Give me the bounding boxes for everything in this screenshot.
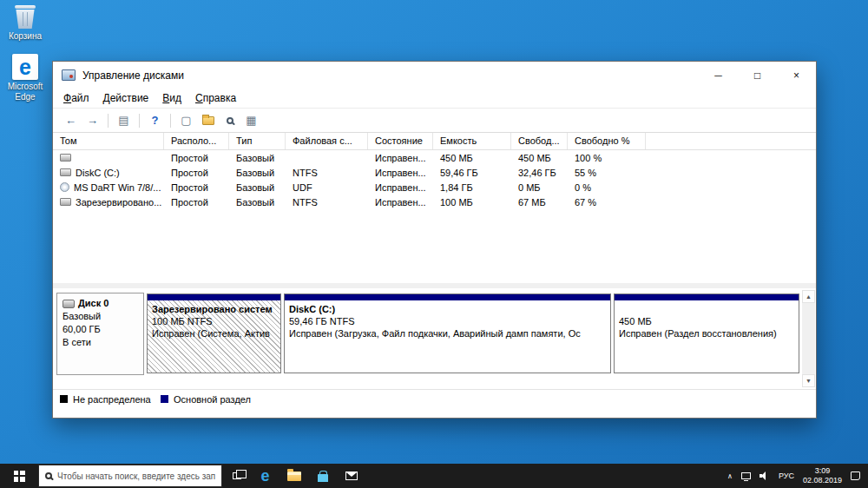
volume-tray-button[interactable] bbox=[755, 464, 774, 488]
column-header-type[interactable]: Тип bbox=[229, 133, 286, 149]
disk-list-icon[interactable]: ▦ bbox=[240, 110, 262, 130]
minimize-button[interactable]: ─ bbox=[699, 62, 738, 89]
free-cell: 0 МБ bbox=[511, 182, 568, 193]
free-cell: 67 МБ bbox=[511, 197, 568, 208]
toolbar-separator bbox=[108, 114, 108, 128]
column-header-layout[interactable]: Располо... bbox=[164, 133, 229, 149]
search-input[interactable] bbox=[57, 472, 215, 481]
column-header-filesystem[interactable]: Файловая с... bbox=[286, 133, 368, 149]
menu-view[interactable]: Вид bbox=[155, 89, 188, 107]
taskbar-search[interactable] bbox=[38, 465, 222, 487]
zoom-icon[interactable] bbox=[219, 110, 240, 130]
partition-c-drive[interactable]: DiskC (C:) 59,46 ГБ NTFS Исправен (Загру… bbox=[284, 293, 611, 373]
free-pct-cell: 0 % bbox=[568, 182, 646, 193]
volume-cell: Зарезервировано... bbox=[53, 197, 164, 208]
titlebar[interactable]: Управление дисками ─ □ × bbox=[53, 62, 816, 89]
column-header-capacity[interactable]: Емкость bbox=[433, 133, 511, 149]
partition-recovery[interactable]: 450 МБ Исправен (Раздел восстановления) bbox=[614, 293, 799, 373]
maximize-button[interactable]: □ bbox=[738, 62, 777, 89]
mail-button[interactable] bbox=[337, 464, 365, 488]
partition-size: 59,46 ГБ NTFS bbox=[289, 315, 606, 327]
magnifier-icon bbox=[227, 117, 233, 124]
start-button[interactable] bbox=[0, 464, 38, 488]
menu-action[interactable]: Действие bbox=[96, 89, 156, 107]
scroll-up-icon[interactable]: ▲ bbox=[802, 290, 815, 303]
column-header-free-pct[interactable]: Свободно % bbox=[568, 133, 646, 149]
volume-name: MS DaRT Win 7/8/... bbox=[74, 182, 161, 193]
language-indicator[interactable]: РУС bbox=[774, 464, 799, 488]
layout-cell: Простой bbox=[164, 168, 229, 178]
scroll-down-icon[interactable]: ▼ bbox=[802, 374, 815, 387]
partition-name: Зарезервировано систем bbox=[152, 303, 276, 315]
partition-system-reserved[interactable]: Зарезервировано систем 100 МБ NTFS Испра… bbox=[147, 293, 281, 373]
edge-icon: e bbox=[12, 54, 38, 80]
layout-cell: Простой bbox=[164, 182, 229, 193]
help-icon[interactable]: ? bbox=[144, 110, 166, 130]
legend-swatch-unallocated bbox=[60, 395, 68, 403]
back-icon[interactable]: ← bbox=[60, 110, 82, 130]
volume-name: DiskC (C:) bbox=[76, 168, 120, 178]
column-header-free[interactable]: Свобод... bbox=[511, 133, 568, 149]
disc-icon bbox=[60, 182, 69, 192]
network-tray-button[interactable] bbox=[737, 464, 755, 488]
free-cell: 32,46 ГБ bbox=[511, 168, 568, 178]
partition-type-strip bbox=[285, 294, 610, 300]
volume-cell: DiskC (C:) bbox=[53, 168, 164, 178]
console-tree-icon[interactable]: ▤ bbox=[113, 110, 135, 130]
table-row[interactable]: Зарезервировано... Простой Базовый NTFS … bbox=[53, 195, 816, 209]
volume-cell: MS DaRT Win 7/8/... bbox=[53, 182, 164, 193]
time: 3:09 bbox=[803, 466, 842, 476]
open-folder-icon[interactable] bbox=[197, 110, 219, 130]
recycle-bin-icon bbox=[15, 5, 36, 30]
partition-name: DiskC (C:) bbox=[289, 303, 606, 315]
layout-cell: Простой bbox=[164, 197, 229, 208]
table-row[interactable]: DiskC (C:) Простой Базовый NTFS Исправен… bbox=[53, 165, 816, 180]
forward-icon[interactable]: → bbox=[82, 110, 103, 130]
desktop: { "colors": { "primary_partition": "#000… bbox=[0, 0, 868, 488]
close-button[interactable]: × bbox=[777, 62, 816, 89]
taskbar-edge-button[interactable]: e bbox=[251, 464, 279, 488]
column-header-volume[interactable]: Том bbox=[53, 133, 164, 149]
taskbar: e ∧ РУС 3:09 02.08.2019 bbox=[0, 464, 868, 488]
network-icon bbox=[741, 472, 751, 479]
partition-name bbox=[619, 303, 794, 315]
column-header-status[interactable]: Состояние bbox=[368, 133, 433, 149]
menu-help[interactable]: Справка bbox=[188, 89, 243, 107]
file-explorer-button[interactable] bbox=[279, 464, 308, 488]
hidden-icons-chevron[interactable]: ∧ bbox=[723, 464, 737, 488]
filesystem-cell: NTFS bbox=[286, 197, 368, 208]
windows-logo-icon bbox=[14, 471, 25, 482]
disk-management-app-icon bbox=[62, 69, 76, 81]
recycle-bin-label: Корзина bbox=[0, 31, 50, 42]
partition-type-strip bbox=[148, 294, 280, 300]
hdd-icon bbox=[62, 300, 75, 308]
type-cell: Базовый bbox=[229, 197, 286, 208]
clock[interactable]: 3:09 02.08.2019 bbox=[799, 464, 846, 488]
disk0-status: В сети bbox=[62, 336, 138, 349]
store-button[interactable] bbox=[308, 464, 337, 488]
legend: Не распределена Основной раздел bbox=[53, 389, 816, 408]
filesystem-cell: UDF bbox=[286, 182, 368, 193]
window-controls: ─ □ × bbox=[699, 62, 816, 89]
store-icon bbox=[318, 474, 328, 482]
legend-item-unallocated: Не распределена bbox=[60, 394, 151, 405]
disk-graphical-pane: Диск 0 Базовый 60,00 ГБ В сети Зарезерви… bbox=[53, 288, 816, 387]
disk0-info-box[interactable]: Диск 0 Базовый 60,00 ГБ В сети bbox=[56, 293, 144, 375]
table-row[interactable]: Простой Базовый Исправен... 450 МБ 450 М… bbox=[53, 150, 816, 165]
disk-management-window: Управление дисками ─ □ × Файл Действие В… bbox=[52, 61, 817, 419]
vertical-scrollbar[interactable]: ▲ ▼ bbox=[802, 290, 815, 387]
toolbar-separator bbox=[139, 114, 140, 128]
legend-swatch-primary bbox=[161, 395, 168, 403]
task-view-icon bbox=[233, 472, 241, 479]
properties-icon[interactable]: ▢ bbox=[175, 110, 197, 130]
capacity-cell: 59,46 ГБ bbox=[433, 168, 511, 178]
desktop-icon-edge[interactable]: e Microsoft Edge bbox=[0, 54, 50, 102]
task-view-button[interactable] bbox=[222, 464, 251, 488]
menu-file[interactable]: Файл bbox=[56, 89, 96, 107]
desktop-icon-recycle-bin[interactable]: Корзина bbox=[0, 5, 50, 42]
volume-table: Простой Базовый Исправен... 450 МБ 450 М… bbox=[53, 150, 816, 283]
folder-icon bbox=[202, 116, 214, 125]
action-center-button[interactable] bbox=[846, 464, 865, 488]
mail-icon bbox=[345, 472, 358, 480]
table-row[interactable]: MS DaRT Win 7/8/... Простой Базовый UDF … bbox=[53, 180, 816, 195]
